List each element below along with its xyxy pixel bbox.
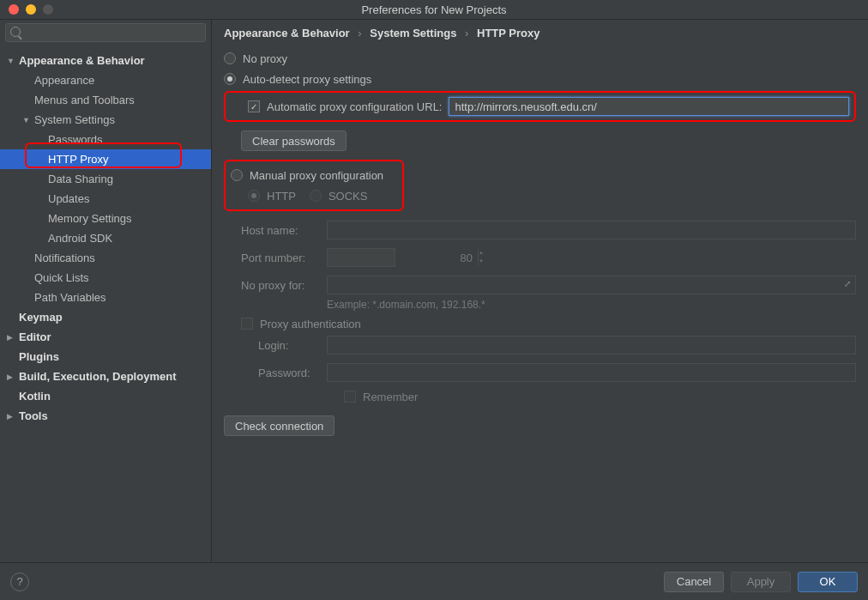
annotation-highlight: Manual proxy configuration HTTP SOCKS <box>224 160 404 211</box>
tree-label: Kotlin <box>19 390 51 403</box>
tree-updates[interactable]: Updates <box>0 189 211 209</box>
tree-label: Editor <box>19 330 51 343</box>
radio-auto-detect[interactable]: Auto-detect proxy settings <box>224 69 856 89</box>
tree-label: Quick Lists <box>34 271 89 284</box>
radio-no-proxy[interactable]: No proxy <box>224 48 856 69</box>
search-wrap <box>0 20 211 45</box>
manual-settings: Host name: Port number: ▲ ▼ <box>224 213 856 407</box>
radio-icon <box>310 190 322 202</box>
search-icon <box>10 27 21 37</box>
tree-label: Memory Settings <box>48 212 132 225</box>
tree-label: Plugins <box>19 350 59 363</box>
tree-label: System Settings <box>34 113 115 126</box>
breadcrumb-item[interactable]: Appearance & Behavior <box>224 27 350 39</box>
login-input <box>327 336 856 355</box>
tree-label: Passwords <box>48 133 103 146</box>
password-input <box>327 363 856 382</box>
radio-icon <box>248 190 260 202</box>
remember-row: Remember <box>258 386 856 407</box>
help-button[interactable]: ? <box>10 573 29 591</box>
spin-down-icon: ▼ <box>479 258 484 266</box>
tree-notifications[interactable]: Notifications <box>0 248 211 268</box>
main-panel: Appearance & Behavior › System Settings … <box>212 20 868 562</box>
manual-type-row: HTTP SOCKS <box>231 185 397 206</box>
settings-tree: ▼ Appearance & Behavior Appearance Menus… <box>0 45 211 562</box>
tree-editor[interactable]: ▶Editor <box>0 327 211 347</box>
tree-label: Notifications <box>34 252 95 264</box>
apply-button[interactable]: Apply <box>731 572 791 592</box>
no-proxy-for-row: No proxy for: ⤢ <box>241 271 856 299</box>
tree-label: Appearance <box>34 74 94 87</box>
chevron-right-icon: ▶ <box>7 412 19 421</box>
content: ▼ Appearance & Behavior Appearance Menus… <box>0 19 868 562</box>
tree-memory-settings[interactable]: Memory Settings <box>0 209 211 228</box>
tree-appearance-behavior[interactable]: ▼ Appearance & Behavior <box>0 51 211 70</box>
radio-manual[interactable]: Manual proxy configuration <box>231 165 397 185</box>
clear-passwords-row: Clear passwords <box>224 124 856 158</box>
spinner: ▲ ▼ <box>478 249 484 266</box>
radio-icon <box>231 169 243 181</box>
form-label: Password: <box>258 367 327 379</box>
ok-button[interactable]: OK <box>798 572 858 592</box>
radio-label: Manual proxy configuration <box>250 169 383 182</box>
form-label: No proxy for: <box>241 279 327 292</box>
search-input[interactable] <box>5 23 206 42</box>
window-title: Preferences for New Projects <box>0 3 868 16</box>
auth-fields: Login: Password: Remember <box>241 331 856 407</box>
form-label: Host name: <box>241 224 327 237</box>
tree-label: Build, Execution, Deployment <box>19 370 176 383</box>
tree-label: Keymap <box>19 311 63 324</box>
expand-icon: ⤢ <box>844 279 851 288</box>
tree-kotlin[interactable]: Kotlin <box>0 386 211 406</box>
tree-plugins[interactable]: Plugins <box>0 347 211 367</box>
tree-label: Android SDK <box>48 232 112 245</box>
tree-label: HTTP Proxy <box>48 153 109 166</box>
checkbox-remember <box>344 391 356 403</box>
radio-label: HTTP <box>267 190 296 203</box>
radio-socks: SOCKS <box>310 185 368 206</box>
check-connection-row: Check connection <box>224 407 856 436</box>
tree-build[interactable]: ▶Build, Execution, Deployment <box>0 367 211 386</box>
tree-menus-toolbars[interactable]: Menus and Toolbars <box>0 90 211 110</box>
tree-keymap[interactable]: Keymap <box>0 307 211 327</box>
tree-label: Path Variables <box>34 291 106 304</box>
auto-url-input[interactable] <box>449 97 849 116</box>
titlebar: Preferences for New Projects <box>0 0 868 19</box>
breadcrumb-item[interactable]: System Settings <box>370 27 456 39</box>
form-label: Port number: <box>241 252 327 264</box>
breadcrumb: Appearance & Behavior › System Settings … <box>212 20 868 48</box>
checkbox-auto-url[interactable]: ✓ <box>248 100 260 112</box>
check-connection-button[interactable]: Check connection <box>224 415 335 436</box>
tree-tools[interactable]: ▶Tools <box>0 406 211 426</box>
chevron-down-icon: ▼ <box>7 57 19 65</box>
tree-data-sharing[interactable]: Data Sharing <box>0 169 211 189</box>
chevron-down-icon: ▼ <box>22 116 34 124</box>
tree-quick-lists[interactable]: Quick Lists <box>0 268 211 288</box>
password-row: Password: <box>258 359 856 386</box>
tree-android-sdk[interactable]: Android SDK <box>0 228 211 248</box>
sidebar: ▼ Appearance & Behavior Appearance Menus… <box>0 20 212 562</box>
checkbox-label: Automatic proxy configuration URL: <box>267 100 442 113</box>
radio-label: No proxy <box>243 52 287 65</box>
close-icon[interactable] <box>9 4 19 15</box>
clear-passwords-button[interactable]: Clear passwords <box>241 130 347 151</box>
tree-label: Updates <box>48 192 89 205</box>
chevron-right-icon: ▶ <box>7 333 19 342</box>
cancel-button[interactable]: Cancel <box>664 572 724 592</box>
footer: ? Cancel Apply OK <box>0 562 868 600</box>
host-name-input <box>327 221 856 239</box>
maximize-icon <box>43 4 53 15</box>
checkbox-label: Proxy authentication <box>260 318 361 330</box>
tree-path-variables[interactable]: Path Variables <box>0 288 211 307</box>
port-number-row: Port number: ▲ ▼ <box>241 244 856 271</box>
tree-system-settings[interactable]: ▼ System Settings <box>0 110 211 130</box>
spin-up-icon: ▲ <box>479 249 484 258</box>
http-proxy-panel: No proxy Auto-detect proxy settings ✓ Au… <box>212 48 868 562</box>
tree-passwords[interactable]: Passwords <box>0 130 211 149</box>
radio-http: HTTP <box>248 185 296 206</box>
breadcrumb-item: HTTP Proxy <box>477 27 539 39</box>
minimize-icon[interactable] <box>26 4 36 15</box>
tree-http-proxy[interactable]: HTTP Proxy <box>0 149 211 169</box>
tree-appearance[interactable]: Appearance <box>0 70 211 90</box>
proxy-auth-row: Proxy authentication <box>241 311 856 331</box>
